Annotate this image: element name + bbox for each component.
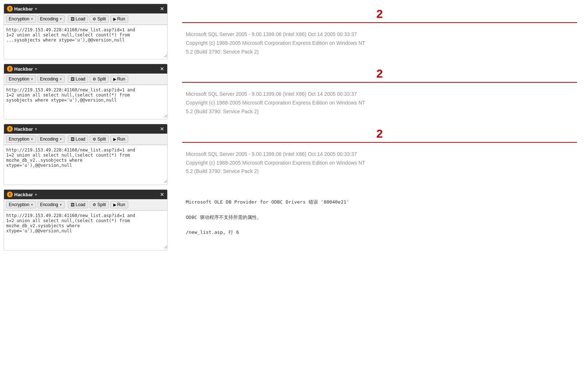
hackbar-3-split-label: Split xyxy=(97,137,106,142)
hackbar-1-chevron-icon: ▾ xyxy=(35,7,37,11)
hackbar-3-title-left: f Hackbar ▾ xyxy=(7,126,37,132)
encoding-4-arrow-icon: ▼ xyxy=(59,203,62,206)
hackbar-2-action-buttons: 🖼 Load ⚙ Split ▶ Run xyxy=(68,75,128,83)
section-1-number: 2 xyxy=(182,7,577,21)
hackbar-1-load-label: Load xyxy=(76,16,86,21)
hackbar-2-encryption-dropdown[interactable]: Encryption ▼ xyxy=(6,75,36,83)
hackbar-1-title: Hackbar xyxy=(14,6,33,12)
hackbar-2-close-button[interactable]: ✕ xyxy=(160,66,164,72)
hackbar-1-encryption-label: Encryption xyxy=(9,16,30,21)
hackbar-2-toolbar: Encryption ▼ Encoding ▼ 🖼 Load ⚙ Split ▶… xyxy=(4,74,167,85)
hackbar-4-encryption-label: Encryption xyxy=(9,202,30,207)
hackbar-3-split-button[interactable]: ⚙ Split xyxy=(90,135,109,143)
hackbar-3-encoding-label: Encoding xyxy=(40,137,58,142)
section-2-sql-info: Microsoft SQL Server 2005 - 9.00.1399.06… xyxy=(182,90,577,116)
hackbar-4-split-button[interactable]: ⚙ Split xyxy=(90,201,109,208)
hackbar-4-action-buttons: 🖼 Load ⚙ Split ▶ Run xyxy=(68,201,128,208)
hackbar-4-run-button[interactable]: ▶ Run xyxy=(110,201,128,208)
hackbar-3-toolbar: Encryption ▼ Encoding ▼ 🖼 Load ⚙ Split ▶… xyxy=(4,134,167,145)
hackbar-3: f Hackbar ▾ ✕ Encryption ▼ Encoding ▼ 🖼 … xyxy=(4,124,168,185)
hackbar-3-encoding-dropdown[interactable]: Encoding ▼ xyxy=(38,135,65,143)
hackbar-1-toolbar: Encryption ▼ Encoding ▼ 🖼 Load ⚙ Split ▶… xyxy=(4,13,167,25)
hackbar-2-encoding-dropdown[interactable]: Encoding ▼ xyxy=(38,75,65,83)
hackbar-2-textarea[interactable]: http://219.153.49.228:41160/new_list.asp… xyxy=(4,85,167,118)
hackbar-3-title: Hackbar xyxy=(14,126,33,132)
split-4-icon: ⚙ xyxy=(93,202,96,207)
hackbar-2-encryption-label: Encryption xyxy=(9,76,30,82)
hackbar-4-textarea[interactable]: http://219.153.49.228:41160/new_list.asp… xyxy=(4,210,167,249)
hackbar-1-encryption-dropdown[interactable]: Encryption ▼ xyxy=(6,15,36,23)
hackbar-3-close-button[interactable]: ✕ xyxy=(160,126,164,132)
section-1: 2 Microsoft SQL Server 2005 - 9.00.1399.… xyxy=(182,7,577,56)
hackbar-1-encoding-dropdown[interactable]: Encoding ▼ xyxy=(38,15,65,23)
encoding-2-arrow-icon: ▼ xyxy=(59,78,62,81)
hackbar-4-logo-icon: f xyxy=(7,192,13,197)
hackbar-1-load-button[interactable]: 🖼 Load xyxy=(68,15,89,23)
hackbar-1-run-button[interactable]: ▶ Run xyxy=(110,15,128,23)
hackbar-1-textarea[interactable]: http://219.153.49.228:41160/new_list.asp… xyxy=(4,25,167,58)
encoding-arrow-icon: ▼ xyxy=(59,17,62,21)
load-icon: 🖼 xyxy=(71,17,75,21)
split-3-icon: ⚙ xyxy=(93,137,96,142)
hackbar-4-split-label: Split xyxy=(97,202,106,207)
hackbar-1-split-button[interactable]: ⚙ Split xyxy=(90,15,109,23)
hackbar-2-run-label: Run xyxy=(117,76,125,82)
hackbar-1: f Hackbar ▾ ✕ Encryption ▼ Encoding ▼ 🖼 … xyxy=(4,4,168,59)
hackbar-3-run-label: Run xyxy=(117,137,125,142)
hackbar-2-encoding-label: Encoding xyxy=(40,76,58,82)
hackbar-2: f Hackbar ▾ ✕ Encryption ▼ Encoding ▼ 🖼 … xyxy=(4,64,168,119)
hackbar-3-action-buttons: 🖼 Load ⚙ Split ▶ Run xyxy=(68,135,128,143)
hackbar-3-load-label: Load xyxy=(76,137,86,142)
hackbar-1-close-button[interactable]: ✕ xyxy=(160,6,164,12)
hackbar-2-title-left: f Hackbar ▾ xyxy=(7,66,37,72)
encoding-3-arrow-icon: ▼ xyxy=(59,138,62,141)
section-3-number: 2 xyxy=(182,127,577,141)
hackbar-3-logo-icon: f xyxy=(7,126,13,132)
run-4-icon: ▶ xyxy=(113,202,116,207)
section-1-divider xyxy=(182,22,577,23)
hackbar-4: f Hackbar ▾ ✕ Encryption ▼ Encoding ▼ 🖼 … xyxy=(4,189,168,251)
hackbar-4-chevron-icon: ▾ xyxy=(35,193,37,197)
hackbar-3-load-button[interactable]: 🖼 Load xyxy=(68,135,89,143)
section-3-divider xyxy=(182,142,577,143)
hackbar-2-run-button[interactable]: ▶ Run xyxy=(110,75,128,83)
hackbar-3-run-button[interactable]: ▶ Run xyxy=(110,135,128,143)
encryption-4-arrow-icon: ▼ xyxy=(31,203,34,206)
hackbar-2-logo-icon: f xyxy=(7,66,13,72)
hackbar-3-textarea[interactable]: http://219.153.49.228:41160/new_list.asp… xyxy=(4,145,167,183)
encryption-3-arrow-icon: ▼ xyxy=(31,138,34,141)
hackbar-2-title: Hackbar xyxy=(14,66,33,72)
hackbar-3-chevron-icon: ▾ xyxy=(35,127,37,131)
hackbar-4-titlebar: f Hackbar ▾ ✕ xyxy=(4,190,167,199)
hackbar-2-chevron-icon: ▾ xyxy=(35,67,37,71)
hackbar-1-run-label: Run xyxy=(117,16,125,21)
section-2-sql-text: Microsoft SQL Server 2005 - 9.00.1399.06… xyxy=(186,91,365,114)
hackbar-1-encoding-label: Encoding xyxy=(40,16,58,21)
hackbar-4-title: Hackbar xyxy=(14,192,33,197)
encryption-arrow-icon: ▼ xyxy=(31,17,34,21)
error-line-3: /new_list.asp, 行 6 xyxy=(186,228,573,236)
hackbar-1-action-buttons: 🖼 Load ⚙ Split ▶ Run xyxy=(68,15,128,23)
hackbar-3-encryption-label: Encryption xyxy=(9,137,30,142)
hackbar-1-title-left: f Hackbar ▾ xyxy=(7,6,37,12)
hackbar-3-titlebar: f Hackbar ▾ ✕ xyxy=(4,124,167,134)
hackbar-4-close-button[interactable]: ✕ xyxy=(160,192,164,197)
section-2: 2 Microsoft SQL Server 2005 - 9.00.1399.… xyxy=(182,67,577,116)
run-2-icon: ▶ xyxy=(113,77,116,82)
section-1-sql-text: Microsoft SQL Server 2005 - 9.00.1399.06… xyxy=(186,31,365,55)
hackbar-3-encryption-dropdown[interactable]: Encryption ▼ xyxy=(6,135,36,143)
hackbar-2-titlebar: f Hackbar ▾ ✕ xyxy=(4,64,167,74)
hackbar-2-load-button[interactable]: 🖼 Load xyxy=(68,75,89,83)
error-line-2: ODBC 驱动程序不支持所需的属性。 xyxy=(186,213,573,221)
hackbar-2-split-button[interactable]: ⚙ Split xyxy=(90,75,109,83)
hackbar-4-encoding-dropdown[interactable]: Encoding ▼ xyxy=(38,201,65,208)
run-3-icon: ▶ xyxy=(113,137,116,142)
hackbar-4-encryption-dropdown[interactable]: Encryption ▼ xyxy=(6,201,36,208)
load-4-icon: 🖼 xyxy=(71,202,75,207)
section-2-divider xyxy=(182,82,577,83)
hackbar-4-title-left: f Hackbar ▾ xyxy=(7,192,37,197)
load-2-icon: 🖼 xyxy=(71,77,75,81)
hackbar-4-run-label: Run xyxy=(117,202,125,207)
hackbar-4-load-button[interactable]: 🖼 Load xyxy=(68,201,89,208)
section-2-number: 2 xyxy=(182,67,577,80)
